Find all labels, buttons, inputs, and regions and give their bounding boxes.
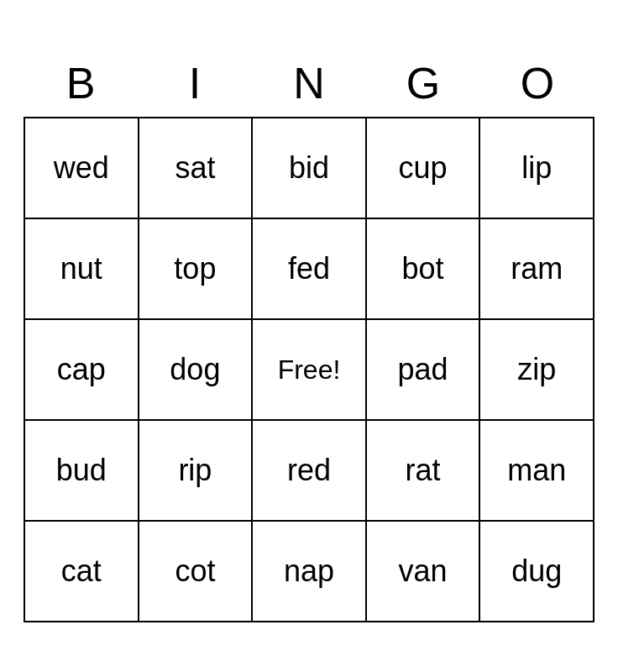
bingo-cell-r4-c4[interactable]: dug	[480, 522, 594, 622]
header-letter: G	[366, 50, 480, 117]
bingo-cell-r3-c4[interactable]: man	[480, 421, 594, 522]
bingo-cell-r2-c0[interactable]: cap	[25, 320, 139, 421]
bingo-cell-r0-c4[interactable]: lip	[480, 118, 594, 219]
bingo-cell-r3-c3[interactable]: rat	[367, 421, 481, 522]
header-letter: O	[480, 50, 594, 117]
bingo-cell-r3-c2[interactable]: red	[253, 421, 367, 522]
bingo-cell-r2-c1[interactable]: dog	[139, 320, 254, 421]
header-letter: B	[24, 50, 138, 117]
bingo-cell-r1-c1[interactable]: top	[139, 219, 254, 320]
bingo-cell-r4-c1[interactable]: cot	[139, 522, 254, 622]
bingo-cell-r1-c2[interactable]: fed	[253, 219, 367, 320]
header-letter: I	[138, 50, 252, 117]
bingo-cell-r0-c1[interactable]: sat	[139, 118, 254, 219]
bingo-cell-r1-c0[interactable]: nut	[25, 219, 139, 320]
bingo-cell-r1-c4[interactable]: ram	[480, 219, 594, 320]
bingo-cell-r2-c2[interactable]: Free!	[253, 320, 367, 421]
bingo-cell-r3-c0[interactable]: bud	[25, 421, 139, 522]
bingo-cell-r4-c2[interactable]: nap	[253, 522, 367, 622]
bingo-cell-r2-c4[interactable]: zip	[480, 320, 594, 421]
bingo-cell-r2-c3[interactable]: pad	[367, 320, 481, 421]
bingo-cell-r4-c0[interactable]: cat	[25, 522, 139, 622]
bingo-cell-r0-c0[interactable]: wed	[25, 118, 139, 219]
bingo-card: BINGO wedsatbidcuplipnuttopfedbotramcapd…	[24, 50, 594, 622]
bingo-cell-r0-c2[interactable]: bid	[253, 118, 367, 219]
bingo-grid: wedsatbidcuplipnuttopfedbotramcapdogFree…	[24, 117, 594, 622]
bingo-cell-r3-c1[interactable]: rip	[139, 421, 254, 522]
header-letter: N	[252, 50, 366, 117]
bingo-cell-r0-c3[interactable]: cup	[367, 118, 481, 219]
bingo-cell-r1-c3[interactable]: bot	[367, 219, 481, 320]
bingo-cell-r4-c3[interactable]: van	[367, 522, 481, 622]
bingo-header: BINGO	[24, 50, 594, 117]
